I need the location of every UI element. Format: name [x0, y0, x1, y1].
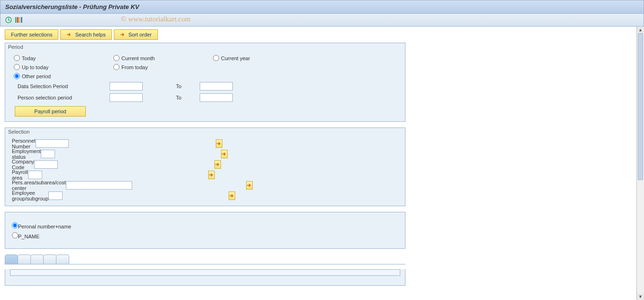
radio-label: P_NAME [18, 234, 39, 239]
tab-2[interactable] [18, 255, 31, 264]
radio-label: Current month [121, 55, 155, 61]
output-groupbox: Peronal number+name P_NAME [5, 212, 405, 249]
tab-5[interactable] [56, 255, 69, 264]
vertical-scrollbar[interactable]: ▲ ▼ [636, 27, 644, 300]
radio-label: Today [22, 55, 36, 61]
selection-row: Payroll area [10, 170, 400, 180]
payroll-period-button[interactable]: Payroll period [15, 106, 86, 117]
scrollbar-track[interactable] [637, 33, 644, 293]
radio-today[interactable]: Today [14, 55, 85, 61]
tab-panel [5, 269, 405, 286]
selection-row: Personnel Number [10, 138, 400, 149]
btn-label: Sort order [129, 32, 152, 37]
radio-label: Current year [221, 55, 250, 61]
selection-input[interactable] [66, 181, 132, 190]
multiple-selection-button[interactable] [214, 160, 221, 169]
data-selection-from-input[interactable] [110, 82, 143, 91]
btn-label: Search helps [75, 32, 105, 37]
svg-rect-1 [15, 17, 17, 23]
selection-label: Pers.area/subarea/cost center [10, 180, 66, 191]
data-selection-period-label: Data Selection Period [10, 83, 110, 89]
radio-other-period[interactable]: Other period [14, 73, 85, 79]
multiple-selection-button[interactable] [216, 139, 222, 148]
to-label: To [176, 95, 200, 100]
arrow-right-icon [120, 32, 126, 37]
btn-label: Payroll period [34, 109, 66, 114]
scroll-up-icon[interactable]: ▲ [637, 27, 644, 33]
selection-row: Pers.area/subarea/cost center [10, 180, 400, 191]
period-groupbox: Period Today Current month Current year … [5, 43, 405, 122]
radio-current-year[interactable]: Current year [213, 55, 284, 61]
sort-order-button[interactable]: Sort order [114, 29, 158, 40]
selection-legend: Selection [5, 128, 405, 136]
selection-input[interactable] [28, 171, 42, 179]
person-selection-to-input[interactable] [200, 93, 233, 102]
selection-input[interactable] [48, 191, 63, 200]
radio-personal-number-name[interactable]: Peronal number+name [12, 221, 400, 231]
svg-rect-3 [19, 17, 20, 23]
multiple-selection-button[interactable] [208, 171, 215, 179]
variant-icon[interactable] [15, 16, 23, 24]
window-title-text: Sozialversicherungsliste - Prüfung Priva… [5, 3, 139, 10]
radio-label: Peronal number+name [18, 224, 71, 229]
scroll-down-icon[interactable]: ▼ [637, 293, 644, 300]
search-helps-button[interactable]: Search helps [60, 29, 111, 40]
selection-input[interactable] [41, 150, 55, 158]
btn-label: Further selections [11, 32, 52, 37]
selection-label: Employment status [10, 148, 41, 160]
selection-input[interactable] [34, 160, 58, 169]
person-selection-period-label: Person selection period [10, 95, 110, 100]
selection-label: Employee group/subgroup [10, 190, 48, 201]
selection-buttons-row: Further selections Search helps Sort ord… [5, 29, 626, 40]
tab-4[interactable] [43, 255, 56, 264]
person-selection-from-input[interactable] [110, 93, 143, 102]
selection-label: Payroll area [10, 169, 28, 181]
selection-row: Employee group/subgroup [10, 191, 400, 201]
further-selections-button[interactable]: Further selections [5, 29, 58, 40]
radio-label: From today [121, 64, 148, 70]
selection-input[interactable] [36, 139, 69, 148]
multiple-selection-button[interactable] [221, 150, 228, 158]
to-label: To [176, 83, 200, 89]
multiple-selection-button[interactable] [246, 181, 253, 190]
selection-label: Personnel Number [10, 138, 36, 149]
tab-3[interactable] [30, 255, 44, 264]
svg-rect-4 [21, 17, 22, 23]
selection-row: Employment status [10, 149, 400, 159]
selection-label: Company Code [10, 159, 34, 170]
radio-p-name[interactable]: P_NAME [12, 231, 400, 241]
main-content: Further selections Search helps Sort ord… [0, 27, 626, 299]
radio-label: Up to today [22, 64, 48, 70]
window-title: Sozialversicherungsliste - Prüfung Priva… [0, 0, 644, 14]
radio-from-today[interactable]: From today [113, 64, 184, 70]
multiple-selection-button[interactable] [229, 191, 235, 200]
app-toolbar [0, 14, 644, 27]
scrollbar-thumb[interactable] [638, 33, 643, 180]
period-legend: Period [5, 43, 405, 51]
data-selection-to-input[interactable] [200, 82, 233, 91]
tabstrip [5, 255, 405, 286]
arrow-right-icon [66, 32, 72, 37]
execute-icon[interactable] [4, 16, 13, 24]
selection-row: Company Code [10, 159, 400, 170]
radio-label: Other period [22, 73, 51, 79]
radio-current-month[interactable]: Current month [113, 55, 184, 61]
tab-1[interactable] [5, 255, 18, 264]
svg-rect-2 [17, 17, 18, 23]
radio-up-to-today[interactable]: Up to today [14, 64, 85, 70]
selection-groupbox: Selection Personnel NumberEmployment sta… [5, 127, 405, 206]
